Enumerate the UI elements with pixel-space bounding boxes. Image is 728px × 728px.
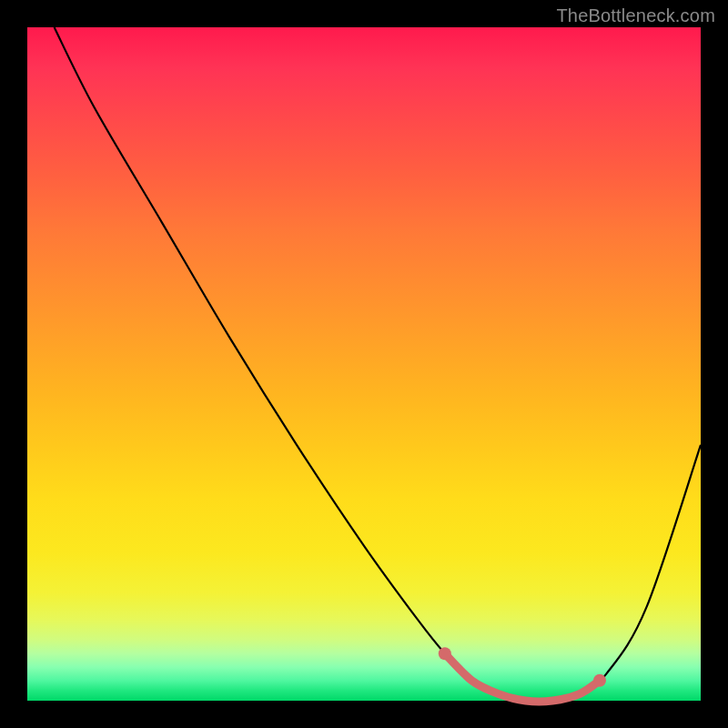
chart-svg xyxy=(27,27,701,701)
bottleneck-curve-line xyxy=(55,27,701,702)
optimal-range-dot-start xyxy=(439,647,451,660)
chart-container: { "watermark": "TheBottleneck.com", "cha… xyxy=(0,0,728,728)
optimal-range-dot-end xyxy=(593,674,606,687)
optimal-range-line xyxy=(445,653,600,702)
watermark-text: TheBottleneck.com xyxy=(556,5,715,26)
plot-area xyxy=(27,27,701,701)
